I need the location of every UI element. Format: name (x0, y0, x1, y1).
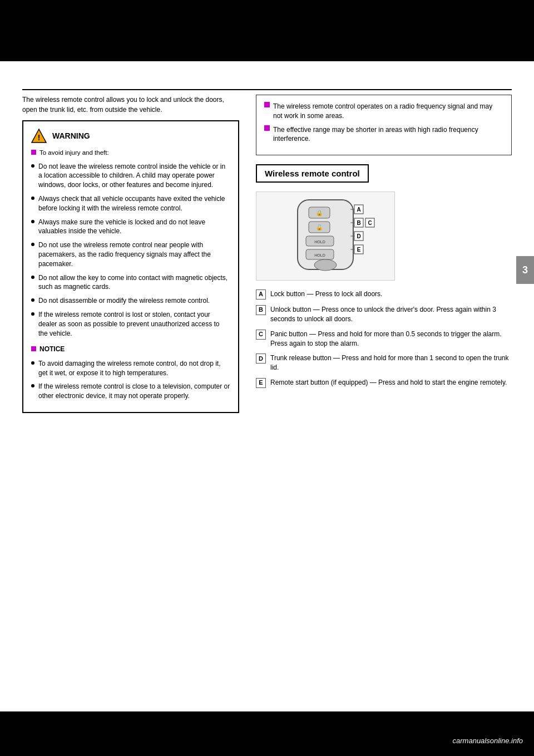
info-line-2: The effective range may be shorter in ar… (264, 125, 503, 144)
magenta-square-2-icon (264, 125, 270, 131)
info-box: The wireless remote control operates on … (256, 95, 512, 155)
warning-intro-text: To avoid injury and theft: (39, 148, 109, 158)
warning-bullet-5: Do not disassemble or modify the wireles… (31, 296, 230, 306)
bullet-text-5: Do not disassemble or modify the wireles… (38, 296, 210, 306)
svg-text:🔒: 🔒 (316, 209, 323, 217)
right-column: The wireless remote control operates on … (256, 95, 512, 394)
warning-bullet-0: Do not leave the wireless remote control… (31, 162, 230, 190)
warning-title: WARNING (52, 131, 90, 140)
info-text-1: The wireless remote control operates on … (273, 102, 503, 121)
bullet-dot-icon (31, 220, 34, 223)
label-item-d: D Trunk release button — Press and hold … (256, 354, 512, 372)
label-item-c: C Panic button — Press and hold for more… (256, 330, 512, 348)
bullet-dot-icon (31, 276, 34, 279)
svg-point-11 (314, 259, 337, 271)
magenta-square-icon (31, 150, 36, 155)
label-text-b: Unlock button — Press once to unlock the… (270, 305, 512, 324)
warning-icon: ! (31, 128, 47, 144)
svg-text:🔓: 🔓 (316, 224, 323, 231)
label-badge-a: A (256, 289, 266, 300)
warning-header: ! WARNING (31, 128, 230, 144)
bullet-dot-icon (31, 197, 34, 200)
svg-text:!: ! (38, 133, 41, 142)
bullet-text-6: If the wireless remote control is lost o… (38, 310, 230, 338)
warning-bullet-3: Do not use the wireless remote control n… (31, 240, 230, 268)
label-text-a: Lock button — Press to lock all doors. (270, 289, 382, 299)
warning-bullet-4: Do not allow the key to come into contac… (31, 273, 230, 292)
label-item-a: A Lock button — Press to lock all doors. (256, 289, 512, 300)
remote-control-svg: 🔒 🔓 HOLD HOLD A B (264, 197, 387, 275)
bullet-text-1: Always check that all vehicle occupants … (38, 194, 230, 213)
warning-intro-line: To avoid injury and theft: (31, 148, 230, 158)
label-text-c: Panic button — Press and hold for more t… (270, 330, 512, 348)
bottom-band: carmanualsonline.info (0, 711, 534, 756)
label-text-d: Trunk release button — Press and hold fo… (270, 354, 512, 372)
notice-section: NOTICE To avoid damaging the wireless re… (31, 345, 230, 401)
bullet-dot-icon (31, 361, 34, 365)
label-badge-d: D (256, 354, 266, 364)
svg-text:HOLD: HOLD (314, 253, 325, 257)
svg-text:C: C (368, 220, 372, 226)
bullet-dot-icon (31, 243, 34, 246)
bullet-dot-icon (31, 298, 34, 302)
svg-text:B: B (357, 220, 360, 226)
bullet-dot-icon (31, 312, 34, 316)
magenta-square-notice-icon (31, 346, 36, 351)
svg-text:HOLD: HOLD (314, 240, 325, 244)
bullet-dot-icon (31, 164, 34, 168)
warning-box: ! WARNING To avoid injury and theft: Do … (22, 120, 239, 413)
info-line-1: The wireless remote control operates on … (264, 102, 503, 121)
section-title: Wireless remote control (265, 169, 360, 178)
svg-text:D: D (357, 233, 360, 239)
label-badge-c: C (256, 330, 266, 340)
label-badge-b: B (256, 305, 266, 315)
bullet-text-3: Do not use the wireless remote control n… (38, 240, 230, 268)
label-text-e: Remote start button (if equipped) — Pres… (270, 378, 507, 387)
bullet-dot-icon (31, 384, 34, 387)
notice-bullet-1: If the wireless remote control is close … (31, 382, 230, 401)
bullet-text-2: Always make sure the vehicle is locked a… (38, 218, 230, 237)
warning-bullet-6: If the wireless remote control is lost o… (31, 310, 230, 338)
bullet-text-4: Do not allow the key to come into contac… (38, 273, 230, 292)
svg-text:A: A (357, 207, 360, 213)
notice-text-1: If the wireless remote control is close … (38, 382, 230, 401)
label-item-e: E Remote start button (if equipped) — Pr… (256, 378, 512, 388)
notice-text-0: To avoid damaging the wireless remote co… (38, 359, 230, 378)
left-column: The wireless remote control allows you t… (22, 95, 239, 413)
svg-text:E: E (357, 247, 361, 253)
info-text-2: The effective range may be shorter in ar… (273, 125, 503, 144)
magenta-square-1-icon (264, 102, 270, 107)
notice-title: NOTICE (39, 345, 65, 354)
chapter-tab: 3 (516, 256, 534, 284)
label-badge-e: E (256, 378, 266, 388)
section-title-box: Wireless remote control (256, 164, 369, 183)
intro-text: The wireless remote control allows you t… (22, 95, 239, 115)
top-band (0, 0, 534, 61)
page-container: 3 The wireless remote control allows you… (0, 0, 534, 756)
bullet-text-0: Do not leave the wireless remote control… (38, 162, 230, 190)
label-item-b: B Unlock button — Press once to unlock t… (256, 305, 512, 324)
notice-bullet-0: To avoid damaging the wireless remote co… (31, 359, 230, 378)
notice-title-line: NOTICE (31, 345, 230, 354)
watermark: carmanualsonline.info (453, 737, 523, 745)
warning-bullet-2: Always make sure the vehicle is locked a… (31, 218, 230, 237)
warning-bullet-1: Always check that all vehicle occupants … (31, 194, 230, 213)
chapter-number: 3 (522, 264, 528, 276)
remote-image-box: 🔒 🔓 HOLD HOLD A B (256, 192, 395, 281)
top-rule (22, 89, 512, 90)
